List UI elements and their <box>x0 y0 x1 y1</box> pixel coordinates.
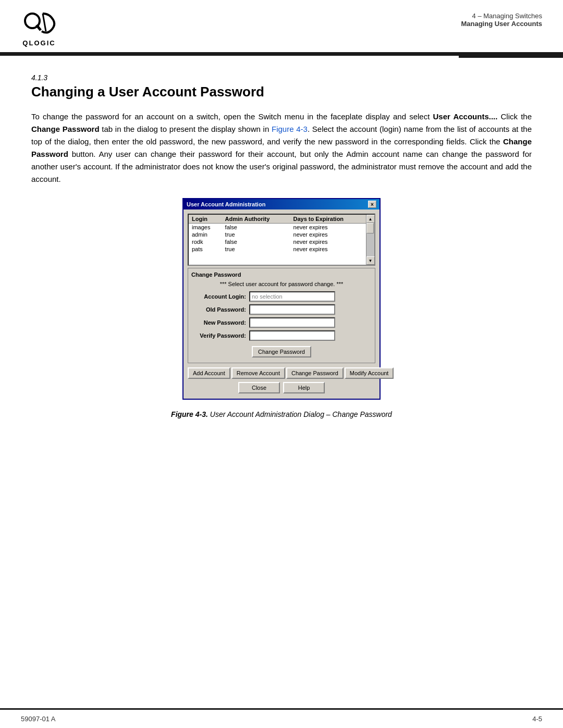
account-list: Login Admin Authority Days to Expiration… <box>188 214 375 266</box>
figure-caption: Figure 4-3. User Account Administration … <box>31 410 532 418</box>
chapter-label: 4 – Managing Switches <box>461 12 542 20</box>
footer-page-num: 4-5 <box>532 715 542 723</box>
page-header: QLOGIC 4 – Managing Switches Managing Us… <box>0 0 563 54</box>
svg-line-1 <box>36 25 41 30</box>
new-password-label: New Password: <box>191 319 246 326</box>
bold-change-password-ref1: Change Password <box>31 125 100 133</box>
table-row[interactable]: pats true never expires <box>189 245 366 253</box>
modify-account-tab[interactable]: Modify Account <box>345 367 394 379</box>
login-images: images <box>189 224 222 231</box>
bold-change-password-ref2: Change Password <box>31 137 532 158</box>
table-row[interactable]: rodk false never expires <box>189 238 366 245</box>
account-login-row: Account Login: <box>191 291 372 302</box>
admin-images: false <box>222 224 290 231</box>
account-table-scroll: Login Admin Authority Days to Expiration… <box>189 215 366 265</box>
change-password-button[interactable]: Change Password <box>252 346 311 357</box>
dialog-window: User Account Administration × Login Admi… <box>182 198 381 400</box>
dialog-body: Login Admin Authority Days to Expiration… <box>183 209 380 399</box>
dialog-actions: Close Help <box>186 379 377 397</box>
dialog-close-button[interactable]: × <box>368 201 376 208</box>
change-password-tab[interactable]: Change Password <box>286 367 344 379</box>
table-row[interactable]: admin true never expires <box>189 231 366 238</box>
login-rodk: rodk <box>189 238 222 245</box>
scrollbar[interactable]: ▲ ▼ <box>366 215 374 265</box>
days-admin: never expires <box>290 231 366 238</box>
verify-password-label: Verify Password: <box>191 332 246 339</box>
figure-number: Figure 4-3. <box>171 410 208 418</box>
close-button[interactable]: Close <box>238 382 280 393</box>
old-password-row: Old Password: <box>191 304 372 315</box>
dialog-container: User Account Administration × Login Admi… <box>31 198 532 400</box>
admin-rodk: false <box>222 238 290 245</box>
table-row[interactable]: images false never expires <box>189 224 366 231</box>
admin-admin: true <box>222 231 290 238</box>
figure-title: User Account Administration Dialog – Cha… <box>210 410 392 418</box>
change-password-btn-row: Change Password <box>191 346 372 357</box>
remove-account-tab[interactable]: Remove Account <box>231 367 285 379</box>
days-images: never expires <box>290 224 366 231</box>
col-admin: Admin Authority <box>222 215 290 224</box>
dialog-tabs: Add Account Remove Account Change Passwo… <box>186 365 377 379</box>
section-label: Managing User Accounts <box>461 20 542 28</box>
scroll-thumb[interactable] <box>366 223 374 233</box>
bold-user-accounts: User Accounts.... <box>433 112 497 121</box>
login-pats: pats <box>189 245 222 253</box>
old-password-label: Old Password: <box>191 306 246 313</box>
qlogic-logo-icon <box>21 9 57 38</box>
main-content: 4.1.3 Changing a User Account Password T… <box>0 58 563 450</box>
col-login: Login <box>189 215 222 224</box>
section-number: 4.1.3 <box>31 73 532 82</box>
scroll-up-btn[interactable]: ▲ <box>366 215 375 223</box>
dialog-title: User Account Administration <box>187 201 265 207</box>
page-footer: 59097-01 A 4-5 <box>0 708 563 728</box>
change-password-group: Change Password *** Select user account … <box>188 268 375 363</box>
new-password-input[interactable] <box>249 317 335 328</box>
svg-line-2 <box>43 14 46 31</box>
scroll-down-btn[interactable]: ▼ <box>366 256 375 265</box>
scroll-track <box>366 223 374 256</box>
dialog-titlebar: User Account Administration × <box>183 199 380 209</box>
select-hint: *** Select user account for password cha… <box>191 281 372 287</box>
page-title: Changing a User Account Password <box>31 84 532 100</box>
new-password-row: New Password: <box>191 317 372 328</box>
help-button[interactable]: Help <box>283 382 325 393</box>
logo-area: QLOGIC <box>21 9 57 47</box>
days-rodk: never expires <box>290 238 366 245</box>
body-paragraph: To change the password for an account on… <box>31 110 532 186</box>
verify-password-input[interactable] <box>249 330 335 341</box>
header-info: 4 – Managing Switches Managing User Acco… <box>461 9 542 28</box>
days-pats: never expires <box>290 245 366 253</box>
verify-password-row: Verify Password: <box>191 330 372 341</box>
add-account-tab[interactable]: Add Account <box>188 367 230 379</box>
admin-pats: true <box>222 245 290 253</box>
account-table: Login Admin Authority Days to Expiration… <box>189 215 366 253</box>
old-password-input[interactable] <box>249 304 335 315</box>
account-login-input[interactable] <box>249 291 335 302</box>
figure-link[interactable]: Figure 4-3 <box>272 125 308 133</box>
logo-text: QLOGIC <box>22 39 55 47</box>
account-login-label: Account Login: <box>191 293 246 300</box>
group-legend: Change Password <box>191 272 372 278</box>
col-days: Days to Expiration <box>290 215 366 224</box>
footer-doc-id: 59097-01 A <box>21 715 56 723</box>
login-admin: admin <box>189 231 222 238</box>
